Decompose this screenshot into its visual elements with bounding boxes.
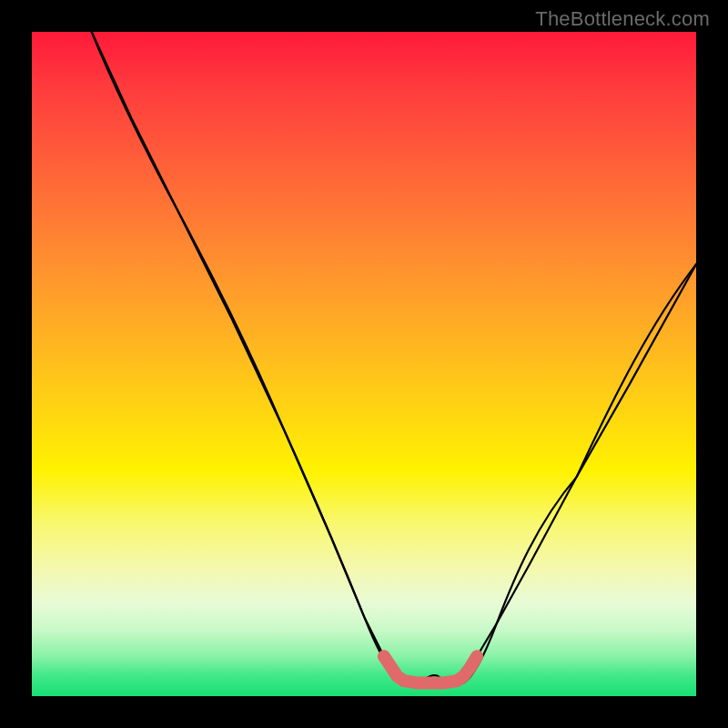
plot-area (32, 32, 696, 696)
chart-frame: TheBottleneck.com (0, 0, 728, 728)
bottleneck-curve-main (92, 32, 696, 682)
bottleneck-curve (92, 32, 696, 684)
optimal-zone-highlight (384, 656, 477, 682)
watermark-text: TheBottleneck.com (535, 7, 710, 31)
chart-svg (32, 32, 696, 696)
